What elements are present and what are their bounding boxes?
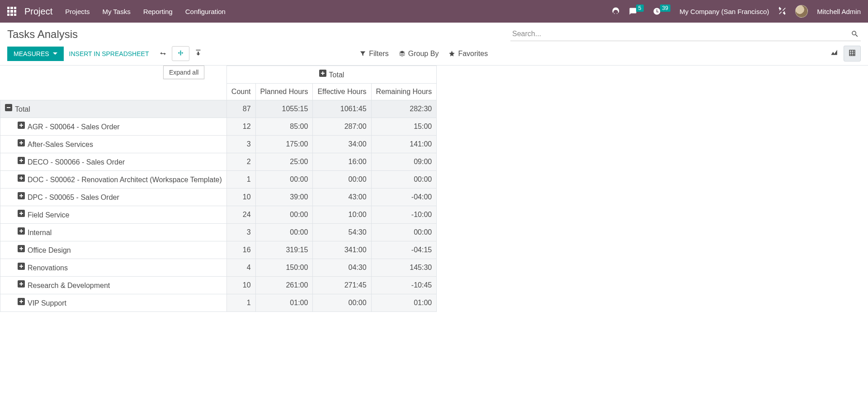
favorites-button[interactable]: Favorites bbox=[448, 50, 488, 58]
cell-effective[interactable]: 10:00 bbox=[313, 206, 371, 224]
filters-button[interactable]: Filters bbox=[359, 50, 389, 58]
cell-effective[interactable]: 00:00 bbox=[313, 294, 371, 312]
cell-count[interactable]: 4 bbox=[226, 259, 255, 277]
cell-total-effective[interactable]: 1061:45 bbox=[313, 100, 371, 118]
cell-planned[interactable]: 319:15 bbox=[255, 241, 313, 259]
nav-my-tasks[interactable]: My Tasks bbox=[102, 8, 130, 15]
row-header[interactable]: Internal bbox=[0, 224, 227, 241]
activities-button[interactable]: 39 bbox=[653, 7, 670, 15]
cell-total-planned[interactable]: 1055:15 bbox=[255, 100, 313, 118]
cell-planned[interactable]: 00:00 bbox=[255, 224, 313, 241]
user-name[interactable]: Mitchell Admin bbox=[817, 8, 861, 15]
cell-remaining[interactable]: 09:00 bbox=[371, 153, 437, 171]
nav-projects[interactable]: Projects bbox=[65, 8, 90, 15]
avatar[interactable] bbox=[795, 5, 808, 18]
cell-remaining[interactable]: 145:30 bbox=[371, 259, 437, 277]
company-switcher[interactable]: My Company (San Francisco) bbox=[679, 8, 769, 15]
cell-count[interactable]: 12 bbox=[226, 118, 255, 136]
expand-row-icon[interactable] bbox=[18, 210, 25, 217]
cell-planned[interactable]: 25:00 bbox=[255, 153, 313, 171]
search-bar[interactable] bbox=[510, 27, 861, 41]
cell-effective[interactable]: 271:45 bbox=[313, 277, 371, 294]
expand-row-icon[interactable] bbox=[18, 192, 25, 199]
cell-planned[interactable]: 85:00 bbox=[255, 118, 313, 136]
cell-planned[interactable]: 00:00 bbox=[255, 206, 313, 224]
expand-row-icon[interactable] bbox=[18, 280, 25, 288]
cell-count[interactable]: 2 bbox=[226, 153, 255, 171]
measure-effective[interactable]: Effective Hours bbox=[313, 84, 371, 100]
cell-planned[interactable]: 39:00 bbox=[255, 189, 313, 206]
measures-button[interactable]: Measures bbox=[7, 47, 64, 61]
pivot-view-button[interactable] bbox=[844, 46, 861, 61]
cell-effective[interactable]: 00:00 bbox=[313, 171, 371, 189]
cell-remaining[interactable]: -04:00 bbox=[371, 189, 437, 206]
cell-count[interactable]: 1 bbox=[226, 171, 255, 189]
expand-row-icon[interactable] bbox=[18, 174, 25, 182]
cell-effective[interactable]: 341:00 bbox=[313, 241, 371, 259]
cell-planned[interactable]: 01:00 bbox=[255, 294, 313, 312]
cell-total-remaining[interactable]: 282:30 bbox=[371, 100, 437, 118]
cell-count[interactable]: 3 bbox=[226, 224, 255, 241]
row-header[interactable]: Office Design bbox=[0, 241, 227, 259]
cell-remaining[interactable]: 01:00 bbox=[371, 294, 437, 312]
cell-effective[interactable]: 43:00 bbox=[313, 189, 371, 206]
cell-planned[interactable]: 00:00 bbox=[255, 171, 313, 189]
graph-view-button[interactable] bbox=[826, 46, 843, 61]
row-header[interactable]: VIP Support bbox=[0, 294, 227, 312]
measure-planned[interactable]: Planned Hours bbox=[255, 84, 313, 100]
expand-col-icon[interactable] bbox=[319, 70, 326, 77]
cell-effective[interactable]: 04:30 bbox=[313, 259, 371, 277]
nav-reporting[interactable]: Reporting bbox=[143, 8, 173, 15]
debug-icon[interactable] bbox=[778, 7, 786, 16]
download-button[interactable] bbox=[189, 46, 207, 61]
app-brand[interactable]: Project bbox=[24, 6, 52, 17]
search-icon[interactable] bbox=[851, 30, 859, 38]
cell-count[interactable]: 16 bbox=[226, 241, 255, 259]
cell-count[interactable]: 3 bbox=[226, 136, 255, 153]
row-header[interactable]: DPC - S00065 - Sales Order bbox=[0, 189, 227, 206]
row-header[interactable]: Field Service bbox=[0, 206, 227, 224]
flip-axis-button[interactable] bbox=[154, 46, 172, 61]
row-header[interactable]: AGR - S00064 - Sales Order bbox=[0, 118, 227, 136]
groupby-button[interactable]: Group By bbox=[399, 50, 439, 58]
nav-configuration[interactable]: Configuration bbox=[185, 8, 226, 15]
cell-count[interactable]: 24 bbox=[226, 206, 255, 224]
cell-remaining[interactable]: -10:00 bbox=[371, 206, 437, 224]
cell-effective[interactable]: 287:00 bbox=[313, 118, 371, 136]
apps-icon[interactable] bbox=[7, 7, 16, 16]
row-header[interactable]: Research & Development bbox=[0, 277, 227, 294]
cell-effective[interactable]: 34:00 bbox=[313, 136, 371, 153]
row-header[interactable]: After-Sales Services bbox=[0, 136, 227, 153]
cell-planned[interactable]: 261:00 bbox=[255, 277, 313, 294]
cell-remaining[interactable]: 00:00 bbox=[371, 171, 437, 189]
row-header-total[interactable]: Total bbox=[0, 100, 227, 118]
insert-spreadsheet-button[interactable]: Insert in Spreadsheet bbox=[64, 47, 155, 61]
cell-remaining[interactable]: 00:00 bbox=[371, 224, 437, 241]
measure-count[interactable]: Count bbox=[226, 84, 255, 100]
expand-row-icon[interactable] bbox=[18, 263, 25, 270]
expand-row-icon[interactable] bbox=[18, 122, 25, 129]
col-header-total[interactable]: Total bbox=[226, 66, 436, 84]
expand-row-icon[interactable] bbox=[18, 298, 25, 305]
collapse-row-icon[interactable] bbox=[5, 104, 12, 111]
row-header[interactable]: DECO - S00066 - Sales Order bbox=[0, 153, 227, 171]
cell-remaining[interactable]: 15:00 bbox=[371, 118, 437, 136]
row-header[interactable]: DOC - S00062 - Renovation Architect (Wor… bbox=[0, 171, 227, 189]
cell-remaining[interactable]: -04:15 bbox=[371, 241, 437, 259]
cell-total-count[interactable]: 87 bbox=[226, 100, 255, 118]
support-icon[interactable] bbox=[612, 7, 620, 16]
cell-effective[interactable]: 54:30 bbox=[313, 224, 371, 241]
measure-remaining[interactable]: Remaining Hours bbox=[371, 84, 437, 100]
cell-planned[interactable]: 175:00 bbox=[255, 136, 313, 153]
cell-planned[interactable]: 150:00 bbox=[255, 259, 313, 277]
cell-count[interactable]: 1 bbox=[226, 294, 255, 312]
cell-effective[interactable]: 16:00 bbox=[313, 153, 371, 171]
cell-count[interactable]: 10 bbox=[226, 277, 255, 294]
messages-button[interactable]: 5 bbox=[629, 7, 644, 15]
cell-remaining[interactable]: -10:45 bbox=[371, 277, 437, 294]
expand-row-icon[interactable] bbox=[18, 227, 25, 235]
cell-count[interactable]: 10 bbox=[226, 189, 255, 206]
expand-row-icon[interactable] bbox=[18, 245, 25, 252]
row-header[interactable]: Renovations bbox=[0, 259, 227, 277]
cell-remaining[interactable]: 141:00 bbox=[371, 136, 437, 153]
